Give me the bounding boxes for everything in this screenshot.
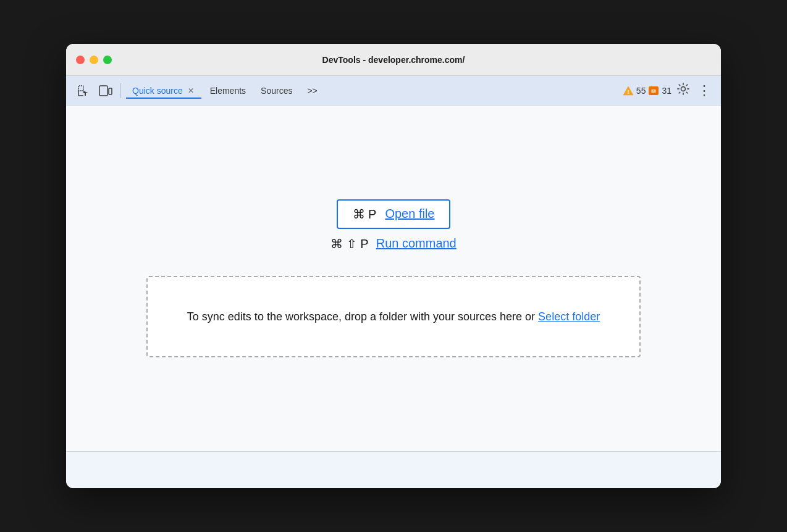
drop-zone-text: To sync edits to the workspace, drop a f…: [172, 308, 615, 326]
svg-rect-5: [109, 88, 112, 94]
svg-point-9: [681, 87, 686, 91]
errors-badge[interactable]: ✉ 31: [648, 86, 671, 96]
run-command-row: ⌘ ⇧ P Run command: [330, 236, 457, 251]
run-command-link[interactable]: Run command: [376, 236, 457, 251]
tab-quick-source[interactable]: Quick source ✕: [126, 83, 201, 99]
toolbar: Quick source ✕ Elements Sources >> ! 55: [66, 76, 721, 106]
window-title: DevTools - developer.chrome.com/: [322, 55, 465, 65]
svg-text:!: !: [627, 89, 629, 95]
traffic-lights: [76, 56, 112, 64]
device-toggle-icon[interactable]: [96, 81, 116, 101]
more-tabs-button[interactable]: >>: [301, 83, 323, 98]
open-file-box: ⌘ P Open file: [337, 199, 451, 229]
more-options-icon[interactable]: ⋮: [695, 81, 713, 100]
warnings-badge[interactable]: ! 55: [623, 86, 646, 96]
svg-rect-0: [78, 86, 83, 91]
element-selector-icon[interactable]: [74, 81, 93, 101]
tab-elements[interactable]: Elements: [204, 83, 252, 98]
maximize-button[interactable]: [103, 56, 112, 64]
svg-text:✉: ✉: [651, 88, 656, 94]
run-command-shortcut: ⌘ ⇧ P: [330, 236, 368, 251]
minimize-button[interactable]: [90, 56, 98, 64]
open-file-link[interactable]: Open file: [385, 207, 434, 221]
svg-marker-3: [83, 91, 88, 96]
main-content: ⌘ P Open file ⌘ ⇧ P Run command To sync …: [66, 106, 721, 451]
bottom-panel: [66, 451, 721, 488]
open-file-row: ⌘ P Open file: [337, 199, 451, 229]
select-folder-link[interactable]: Select folder: [538, 310, 600, 323]
devtools-window: DevTools - developer.chrome.com/ Quick s…: [66, 44, 721, 488]
drop-zone[interactable]: To sync edits to the workspace, drop a f…: [146, 276, 641, 358]
settings-icon[interactable]: [674, 80, 692, 101]
tab-sources[interactable]: Sources: [255, 83, 298, 98]
close-button[interactable]: [76, 56, 85, 64]
title-bar: DevTools - developer.chrome.com/: [66, 44, 721, 76]
open-file-shortcut: ⌘ P: [353, 207, 377, 222]
toolbar-divider: [120, 83, 121, 98]
svg-rect-4: [99, 86, 107, 96]
tab-close-quick-source[interactable]: ✕: [187, 85, 195, 96]
